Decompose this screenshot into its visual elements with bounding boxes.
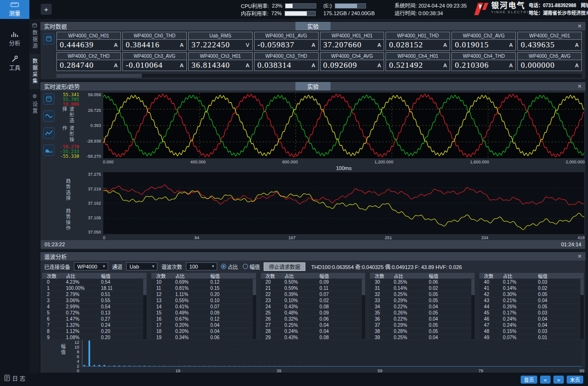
next-page-button[interactable]: » (553, 376, 564, 384)
wave-select-label[interactable]: 波形选择 (61, 107, 75, 126)
measure-card[interactable]: WP4000_H01_AVG-0.059837A (254, 32, 319, 51)
last-page-button[interactable]: 末页 (567, 376, 583, 384)
harmonic-row[interactable]: 440.26%0.05 (479, 304, 584, 310)
harmonic-row[interactable]: 81.12%0.20 (42, 328, 147, 334)
harmonic-row[interactable]: 1100.00%18.11 (42, 285, 147, 291)
harmonic-row[interactable]: 410.14%0.02 (479, 285, 584, 291)
table-scrollbar[interactable] (471, 279, 475, 339)
harmonic-row[interactable]: 480.15%0.03 (479, 328, 584, 334)
harmonic-row[interactable]: 230.10%0.02 (261, 297, 365, 304)
measure-card[interactable]: WP4000_Ch4_THD0.210306A (451, 52, 516, 71)
measure-card[interactable]: WP4000_Ch2_AVG0.019015A (451, 32, 516, 51)
add-tab-button[interactable]: + (41, 4, 52, 15)
harmonic-row[interactable]: 350.26%0.05 (370, 310, 474, 316)
scrollbar-thumb[interactable] (56, 74, 142, 78)
scrollbar-thumb[interactable] (580, 279, 584, 295)
measure-card[interactable]: WP4000_H01_H0137.207660A (320, 32, 385, 51)
wave-chart[interactable] (103, 92, 585, 159)
experiment-tab[interactable]: 实验 (295, 22, 331, 30)
measure-card[interactable]: WP4000_Ch3_AVG-0.010064A (122, 52, 187, 71)
harmonic-row[interactable]: 250.48%0.09 (261, 310, 365, 316)
prev-page-button[interactable]: « (540, 376, 551, 384)
measure-card[interactable]: WP4000_Ch3_THD0.038314A (254, 52, 319, 71)
harmonic-row[interactable]: 61.47%0.27 (42, 316, 147, 322)
trend-line-icon-button[interactable] (43, 127, 55, 139)
harmonic-row[interactable]: 360.22%0.04 (370, 316, 474, 322)
harmonic-row[interactable]: 380.28%0.05 (370, 328, 474, 334)
sidebar-item-tools[interactable]: 工具 (0, 52, 29, 75)
harmonic-row[interactable]: 110.81%0.15 (151, 285, 256, 291)
trend-select-label[interactable]: 趋势选择 (64, 179, 72, 201)
harmonic-row[interactable]: 150.49%0.09 (151, 310, 256, 316)
harmonic-row[interactable]: 340.22%0.04 (370, 304, 474, 310)
table-scrollbar[interactable] (580, 279, 584, 339)
rail-tab-settings[interactable]: ⚙ 设置 (29, 89, 40, 119)
area-wave-icon-button[interactable] (43, 144, 55, 156)
harmonic-row[interactable]: 170.20%0.04 (151, 322, 256, 328)
harmonic-row[interactable]: 121.11%0.20 (151, 291, 256, 297)
table-scrollbar[interactable] (362, 279, 365, 339)
data-source-icon-button[interactable] (43, 93, 55, 105)
sidebar-item-analysis[interactable]: 分析 (0, 27, 29, 50)
measure-card[interactable]: Uab_RMS37.222450V (188, 32, 253, 51)
harmonic-row[interactable]: 04.23%0.54 (42, 279, 147, 285)
stop-request-button[interactable]: 停止请求数据 (264, 262, 305, 271)
first-page-button[interactable]: 首页 (521, 376, 537, 384)
scrollbar-thumb[interactable] (362, 279, 365, 295)
data-source-icon-button[interactable] (43, 33, 55, 45)
harmonic-row[interactable]: 310.14%0.02 (370, 285, 474, 291)
measure-card[interactable]: WP4000_Ch0_THD0.384416A (122, 32, 187, 51)
harmonic-row[interactable]: 260.32%0.06 (261, 316, 365, 322)
measure-card[interactable]: WP4000_Ch4_AVG0.092609A (320, 52, 385, 71)
order-select[interactable]: 100▼ (186, 262, 217, 270)
harmonic-row[interactable]: 200.50%0.09 (261, 279, 365, 285)
harmonic-row[interactable]: 450.17%0.03 (479, 310, 584, 316)
harmonic-row[interactable]: 430.21%0.04 (479, 297, 584, 304)
channel-select[interactable]: Uab▼ (126, 262, 157, 270)
radio-ratio[interactable]: 占比 (221, 263, 238, 270)
close-icon[interactable]: ✕ (578, 252, 582, 260)
measure-card[interactable]: WP4000_Ch2_H010.439635A (517, 32, 582, 51)
harmonic-row[interactable]: 290.43%0.08 (261, 334, 365, 339)
harmonic-bar-chart[interactable] (82, 340, 582, 367)
scrollbar-thumb[interactable] (143, 279, 147, 295)
sidebar-item-log[interactable]: 日 志 (0, 372, 29, 384)
harmonic-row[interactable]: 33.06%0.55 (42, 297, 147, 304)
sine-wave-icon-button[interactable] (43, 110, 55, 122)
scrollbar-thumb[interactable] (253, 279, 256, 295)
harmonic-row[interactable]: 270.25%0.04 (261, 322, 365, 328)
horizontal-scrollbar[interactable] (56, 74, 582, 78)
table-scrollbar[interactable] (253, 279, 256, 339)
device-select[interactable]: WP4000▼ (74, 262, 108, 270)
harmonic-row[interactable]: 460.24%0.04 (479, 316, 584, 322)
harmonic-row[interactable]: 22.79%0.51 (42, 291, 147, 297)
harmonic-row[interactable]: 130.55%0.10 (151, 297, 256, 304)
harmonic-row[interactable]: 220.39%0.07 (261, 291, 365, 297)
measure-card[interactable]: WP4000_Ch2_THD0.284740A (56, 52, 121, 71)
close-icon[interactable]: ✕ (578, 22, 582, 30)
harmonic-row[interactable]: 180.20%0.04 (151, 328, 256, 334)
trend-chart[interactable] (103, 172, 585, 234)
rail-tab-data-source[interactable]: 数据源 (29, 19, 40, 54)
rail-tab-data-acquisition[interactable]: 数据采集 (29, 54, 40, 89)
close-icon[interactable]: ✕ (578, 82, 582, 90)
harmonic-row[interactable]: 320.25%0.05 (370, 291, 474, 297)
measure-card[interactable]: WP4000_H01_THD0.028152A (386, 32, 450, 51)
harmonic-row[interactable]: 420.30%0.05 (479, 291, 584, 297)
harmonic-row[interactable]: 160.67%0.12 (151, 316, 256, 322)
radio-amplitude[interactable]: 幅值 (243, 263, 260, 270)
harmonic-row[interactable]: 42.99%0.54 (42, 304, 147, 310)
harmonic-row[interactable]: 280.24%0.04 (261, 328, 365, 334)
harmonic-row[interactable]: 470.24%0.04 (479, 322, 584, 328)
harmonic-row[interactable]: 390.25%0.04 (370, 334, 474, 339)
harmonic-row[interactable]: 50.72%0.13 (42, 310, 147, 316)
measure-card[interactable]: WP4000_Ch0_H010.444639A (56, 32, 121, 51)
harmonic-row[interactable]: 490.07%0.01 (479, 334, 584, 339)
harmonic-row[interactable]: 71.32%0.24 (42, 322, 147, 328)
harmonic-row[interactable]: 370.29%0.05 (370, 322, 474, 328)
harmonic-row[interactable]: 100.69%0.12 (151, 279, 256, 285)
harmonic-row[interactable]: 91.08%0.20 (42, 334, 147, 339)
harmonic-row[interactable]: 330.29%0.05 (370, 297, 474, 304)
measure-card[interactable]: WP4000_Ch3_H0136.814340A (188, 52, 253, 71)
trend-operate-label[interactable]: 趋势操作 (64, 208, 72, 231)
